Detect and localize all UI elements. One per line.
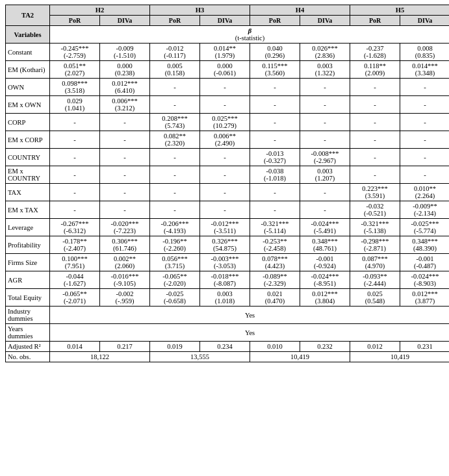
cell: 0.006***(3.212) [100, 96, 150, 114]
cell: 0.223***(3.591) [350, 184, 400, 201]
cell: -0.025(-0.658) [150, 289, 200, 307]
row-label: EM xCOUNTRY [6, 166, 50, 184]
cell: 0.040(0.296) [250, 44, 300, 61]
cell: -0.267***(-6.312) [50, 219, 100, 236]
cell: - [50, 131, 100, 149]
h3-diva: DIVa [200, 16, 250, 26]
cell: - [250, 184, 300, 201]
cell: -0.093**(-2.444) [350, 271, 400, 289]
table-row: EM xCOUNTRY - - - - -0.038(-1.018) 0.003… [6, 166, 450, 184]
row-label: EM x CORP [6, 131, 50, 149]
cell: 10,419 [250, 352, 350, 362]
cell: - [400, 149, 449, 166]
table-row: AGR -0.044(-1.627) -0.016***(-9.105) -0.… [6, 271, 450, 289]
cell: 10,419 [350, 352, 449, 362]
cell: 0.232 [300, 342, 350, 352]
table-row: Adjusted R² 0.014 0.217 0.019 0.234 0.01… [6, 342, 450, 352]
row-label: Profitability [6, 236, 50, 254]
cell: -0.044(-1.627) [50, 271, 100, 289]
cell: - [200, 184, 250, 201]
cell: -0.245***(-2.759) [50, 44, 100, 61]
cell: - [100, 149, 150, 166]
cell: - [300, 201, 350, 219]
table-row: Constant -0.245***(-2.759) -0.009(-1.510… [6, 44, 450, 61]
cell: - [200, 149, 250, 166]
cell: -0.089**(-2.329) [250, 271, 300, 289]
cell: 0.003(1.207) [300, 166, 350, 184]
cell: 0.019 [150, 342, 200, 352]
cell: - [400, 166, 449, 184]
cell: 0.008(0.835) [400, 44, 449, 61]
table-row: EM x CORP - - 0.082**(2.320) 0.006**(2.4… [6, 131, 450, 149]
cell: - [250, 114, 300, 131]
row-label: EM x OWN [6, 96, 50, 114]
cell: -0.018***(-8.087) [200, 271, 250, 289]
cell: 0.005(0.158) [150, 61, 200, 79]
cell: -0.001(-0.924) [300, 254, 350, 271]
row-label: OWN [6, 79, 50, 96]
cell: - [250, 96, 300, 114]
cell: 0.014**(1.979) [200, 44, 250, 61]
table-row: TAX - - - - - - 0.223***(3.591) 0.010**(… [6, 184, 450, 201]
cell: 0.348***(48.761) [300, 236, 350, 254]
cell: 0.026***(2.836) [300, 44, 350, 61]
cell: - [50, 201, 100, 219]
cell: -0.012(-0.117) [150, 44, 200, 61]
table-row: Industrydummies Yes [6, 307, 450, 324]
cell: 0.029(1.041) [50, 96, 100, 114]
cell: -0.298***(-2.871) [350, 236, 400, 254]
cell: -0.196**(-2.260) [150, 236, 200, 254]
row-label: Firms Size [6, 254, 50, 271]
cell: - [150, 96, 200, 114]
sub-header-row-2: PoR DIVa PoR DIVa PoR DIVa PoR DIVa [6, 16, 450, 26]
cell: - [350, 149, 400, 166]
cell: -0.016***(-9.105) [100, 271, 150, 289]
cell: 0.326***(54.875) [200, 236, 250, 254]
cell: 0.006**(2.490) [200, 131, 250, 149]
cell: - [50, 166, 100, 184]
cell: -0.024***(-8.951) [300, 271, 350, 289]
cell: - [200, 79, 250, 96]
cell: - [200, 201, 250, 219]
row-label: Industrydummies [6, 307, 50, 324]
cell: - [100, 114, 150, 131]
cell: -0.001(-0.487) [400, 254, 449, 271]
row-label: COUNTRY [6, 149, 50, 166]
cell: - [250, 131, 300, 149]
cell: - [100, 184, 150, 201]
cell: 0.098***(3.518) [50, 79, 100, 96]
cell: - [350, 114, 400, 131]
cell: -0.013(-0.327) [250, 149, 300, 166]
cell: - [350, 96, 400, 114]
cell: - [300, 184, 350, 201]
h5-diva: DIVa [400, 16, 449, 26]
cell: -0.025***(-5.774) [400, 219, 449, 236]
cell: 0.118**(2.009) [350, 61, 400, 79]
row-label: Leverage [6, 219, 50, 236]
cell: - [150, 201, 200, 219]
cell: - [100, 201, 150, 219]
cell: - [150, 79, 200, 96]
cell: 0.025(0.548) [350, 289, 400, 307]
cell: 13,555 [150, 352, 250, 362]
cell: 0.348***(48.390) [400, 236, 449, 254]
variables-row: Variables β(t-statistic) [6, 26, 450, 44]
cell: - [300, 96, 350, 114]
table-row: Profitability -0.178**(-2.407) 0.306***(… [6, 236, 450, 254]
h4-diva: DIVa [300, 16, 350, 26]
cell: - [50, 114, 100, 131]
cell: 0.012***(3.877) [400, 289, 449, 307]
cell: 0.000(-0.061) [200, 61, 250, 79]
cell: 0.234 [200, 342, 250, 352]
cell: -0.065**(-2.071) [50, 289, 100, 307]
cell: - [200, 96, 250, 114]
cell: -0.206***(-4.193) [150, 219, 200, 236]
row-label: TAX [6, 184, 50, 201]
cell: 0.100***(7.951) [50, 254, 100, 271]
cell: -0.237(-1.628) [350, 44, 400, 61]
h5-header-2: H5 [350, 5, 449, 16]
table-row: COUNTRY - - - - -0.013(-0.327) -0.008***… [6, 149, 450, 166]
cell: 0.010**(2.264) [400, 184, 449, 201]
ta2-header-2: TA2 [6, 5, 50, 26]
h5-por: PoR [350, 16, 400, 26]
